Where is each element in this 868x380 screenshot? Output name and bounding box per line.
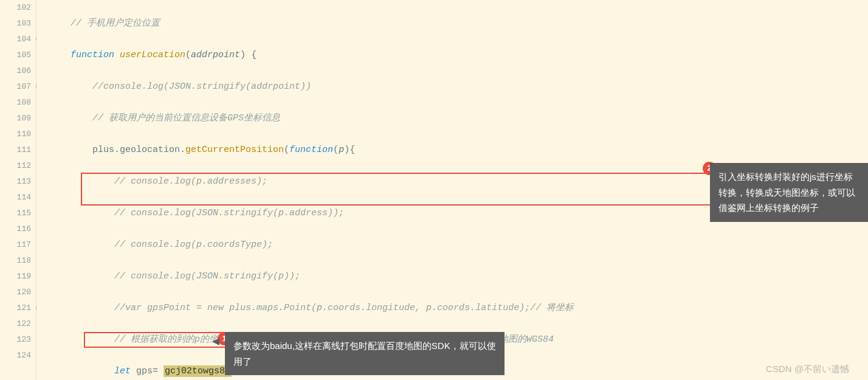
line-number: 107⊟ (0, 79, 31, 95)
line-number: 114 (0, 190, 31, 206)
line-number: 106 (0, 63, 31, 79)
line-number: 119 (0, 269, 31, 285)
line-number: 103 (0, 16, 31, 32)
line-number: 102 (0, 0, 31, 16)
line-number: 122 (0, 316, 31, 332)
line-number: 116 (0, 221, 31, 237)
annotation-arrow (212, 338, 219, 345)
line-number: 110 (0, 126, 31, 142)
code-comment: // 手机用户定位位置 (71, 18, 160, 29)
annotation-tooltip-1: 参数改为baidu,这样在离线打包时配置百度地图的SDK，就可以使用了 (225, 332, 505, 375)
line-number: 115 (0, 206, 31, 221)
line-number: 105 (0, 47, 31, 63)
line-number: 111 (0, 142, 31, 158)
line-number: 113 (0, 174, 31, 190)
line-number: 120 (0, 285, 31, 300)
line-number: 112 (0, 158, 31, 174)
watermark: CSDN @不留い遗憾ゞ (766, 364, 858, 375)
line-number: 123 (0, 332, 31, 348)
line-number: 109 (0, 111, 31, 126)
line-number: 118 (0, 253, 31, 269)
line-number: 121⊟ (0, 300, 31, 316)
line-number: 104⊟ (0, 32, 31, 47)
line-number: 117 (0, 237, 31, 253)
line-gutter: 102 103 104⊟ 105 106 107⊟ 108 109 110 11… (0, 0, 36, 380)
highlighted-function: gcj02towgs84 (164, 365, 232, 377)
line-number: 108 (0, 95, 31, 111)
annotation-tooltip-2: 引入坐标转换封装好的js进行坐标转换，转换成天地图坐标，或可以借鉴网上坐标转换的… (710, 163, 868, 222)
line-number: 124 (0, 348, 31, 364)
